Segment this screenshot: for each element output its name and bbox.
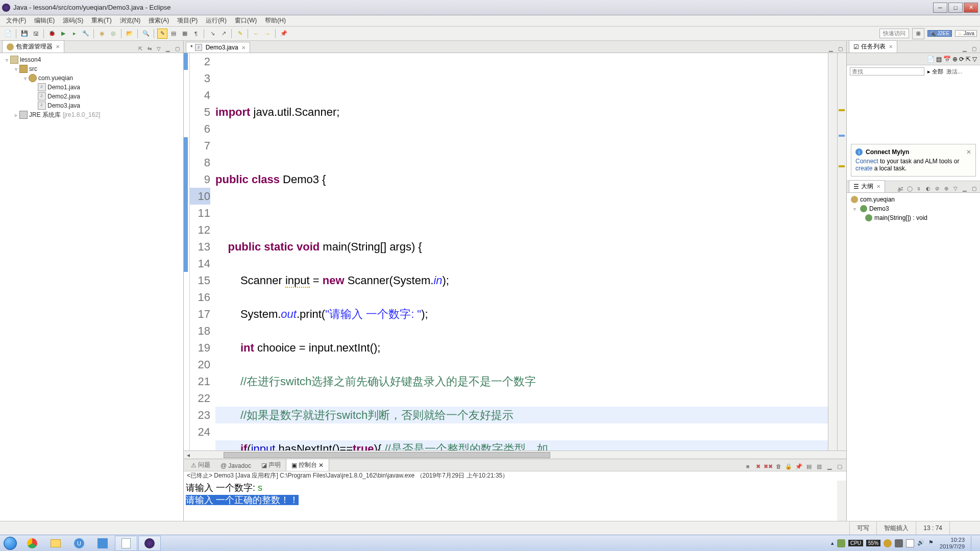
outline-tree[interactable]: com.yueqian ▿ Demo3 main(String[]) : voi… — [847, 193, 980, 224]
code-editor[interactable]: 23456789 101112131415161718192021222324 … — [184, 53, 846, 450]
menu-run[interactable]: 运行(R) — [202, 15, 231, 26]
twisty-closed-icon[interactable]: ▹ — [12, 112, 19, 118]
save-all-button[interactable]: 🖫 — [31, 29, 41, 39]
run-button[interactable]: ▶ — [58, 29, 68, 39]
link-editor-icon[interactable]: ⇆ — [145, 44, 154, 53]
project-node[interactable]: ▿ lesson4 — [1, 55, 182, 64]
remove-launch-icon[interactable]: ✖ — [753, 462, 763, 471]
tab-problems[interactable]: ⚠问题 — [186, 459, 215, 471]
code-line[interactable]: System.out.print("请输入 一个数字: "); — [215, 306, 828, 322]
menu-window[interactable]: 窗口(W) — [231, 15, 261, 26]
tasks-tab[interactable]: ☑ 任务列表 ✕ — [849, 40, 897, 53]
src-node[interactable]: ▿ src — [1, 64, 182, 73]
scroll-lock-icon[interactable]: 🔒 — [784, 462, 793, 471]
view-menu-icon[interactable]: ▽ — [155, 44, 163, 53]
console-output[interactable]: 请输入 一个数字: s 请输入 一个正确的整数！！ — [184, 481, 837, 521]
forward-button[interactable]: → — [262, 29, 273, 39]
menu-search[interactable]: 搜索(A) — [144, 15, 173, 26]
save-button[interactable]: 💾 — [19, 29, 30, 39]
twisty-open-icon[interactable]: ▿ — [851, 206, 858, 212]
open-perspective-button[interactable]: ⊞ — [912, 28, 924, 39]
package-tree[interactable]: ▿ lesson4 ▿ src ▿ com.yueqian Demo1.java… — [0, 53, 183, 521]
menu-source[interactable]: 源码(S) — [59, 15, 87, 26]
search-button[interactable]: 🔍 — [141, 29, 151, 39]
annotation-prev-button[interactable]: ↗ — [218, 29, 229, 39]
perspective-j2ee[interactable]: 🔌 J2EE — [927, 30, 952, 37]
outline-method-node[interactable]: main(String[]) : void — [851, 213, 976, 222]
view-menu-icon[interactable]: ▽ — [972, 56, 977, 63]
outline-tab[interactable]: ☰ 大纲 ✕ — [849, 180, 885, 192]
tab-declaration[interactable]: ◪声明 — [256, 459, 286, 471]
menu-file[interactable]: 文件(F) — [2, 15, 30, 26]
focus-icon[interactable]: ⊕ — [942, 184, 950, 192]
code-line[interactable] — [215, 70, 828, 87]
twisty-open-icon[interactable]: ▿ — [12, 66, 19, 72]
code-line[interactable]: public static void main(String[] args) { — [215, 238, 828, 255]
mylyn-create-link[interactable]: create — [855, 165, 872, 172]
close-icon[interactable]: ✕ — [241, 45, 246, 51]
maximize-button[interactable]: □ — [948, 3, 963, 13]
taskbar-explorer[interactable] — [44, 536, 67, 551]
perspective-java[interactable]: ♨ Java — [955, 30, 977, 37]
menu-help[interactable]: 帮助(H) — [261, 15, 290, 26]
tasks-all-link[interactable]: ▸ 全部 — [927, 68, 943, 76]
tasks-find-input[interactable] — [850, 67, 924, 76]
show-whitespace-button[interactable]: ¶ — [191, 29, 201, 39]
run-last-button[interactable]: ▸ — [69, 29, 80, 39]
external-tools-button[interactable]: 🔧 — [81, 29, 91, 39]
code-line[interactable]: public class Demo3 { — [215, 171, 828, 188]
tray-volume-icon[interactable]: 🔊 — [917, 539, 925, 547]
toggle-mark-button[interactable]: ✎ — [157, 29, 167, 39]
tray-network-icon[interactable] — [906, 539, 914, 547]
code-line[interactable]: import java.util.Scanner; — [215, 104, 828, 120]
toggle-breadcrumb-button[interactable]: ▤ — [168, 29, 179, 39]
code-line[interactable]: ! Scanner input = new Scanner(System.in)… — [215, 272, 828, 289]
hide-nonpublic-icon[interactable]: ◐ — [924, 184, 932, 192]
minimize-view-icon[interactable]: ▁ — [164, 44, 172, 53]
tab-javadoc[interactable]: @Javadoc — [215, 461, 256, 471]
taskbar-notepad[interactable] — [115, 536, 137, 551]
tray-icon[interactable] — [895, 539, 903, 547]
taskbar-app-vs[interactable] — [91, 536, 114, 551]
synchronize-icon[interactable]: ⟳ — [959, 56, 964, 63]
close-icon[interactable]: ✕ — [56, 44, 60, 49]
collapse-all-icon[interactable]: ⇱ — [136, 44, 144, 53]
schedule-icon[interactable]: 📅 — [943, 56, 951, 63]
terminate-icon[interactable]: ■ — [743, 462, 752, 471]
pin-button[interactable]: 📌 — [279, 29, 289, 39]
menu-project[interactable]: 项目(P) — [173, 15, 202, 26]
new-package-button[interactable]: ◉ — [97, 29, 107, 39]
clear-console-icon[interactable]: 🗑 — [774, 462, 783, 471]
editor-tab-demo3[interactable]: Demo3.java ✕ — [186, 42, 250, 53]
close-icon[interactable]: ✕ — [889, 44, 893, 49]
remove-all-icon[interactable]: ✖✖ — [764, 462, 773, 471]
tray-flag-icon[interactable]: ⚑ — [928, 539, 937, 547]
menu-edit[interactable]: 编辑(E) — [30, 15, 59, 26]
file-node[interactable]: Demo2.java — [1, 92, 182, 101]
back-button[interactable]: ← — [251, 29, 261, 39]
maximize-view-icon[interactable]: ▢ — [835, 462, 844, 471]
twisty-open-icon[interactable]: ▿ — [3, 57, 10, 63]
minimize-view-icon[interactable]: ▁ — [961, 184, 969, 192]
close-icon[interactable]: ✕ — [876, 184, 880, 189]
outline-class-node[interactable]: ▿ Demo3 — [851, 204, 976, 213]
last-edit-button[interactable]: ✎ — [235, 29, 245, 39]
maximize-view-icon[interactable]: ▢ — [836, 44, 844, 53]
new-task-icon[interactable]: 📄 — [927, 56, 935, 63]
twisty-open-icon[interactable]: ▿ — [21, 76, 29, 81]
code-line[interactable]: //在进行switch选择之前先确认好键盘录入的是不是一个数字 — [215, 373, 828, 390]
hide-static-icon[interactable]: s — [915, 184, 923, 192]
sort-icon[interactable]: a̲z — [896, 184, 904, 192]
close-icon[interactable]: ✕ — [318, 462, 324, 469]
collapse-icon[interactable]: ⇱ — [966, 56, 971, 63]
tray-icon[interactable] — [884, 539, 892, 547]
file-node[interactable]: Demo1.java — [1, 83, 182, 92]
debug-button[interactable]: 🐞 — [47, 29, 57, 39]
code-line[interactable] — [215, 205, 828, 221]
console-line[interactable]: 请输入 一个正确的整数！！ — [186, 494, 835, 506]
maximize-view-icon[interactable]: ▢ — [173, 44, 181, 53]
tray-clock[interactable]: 10:23 2019/7/29 — [940, 537, 965, 550]
show-desktop-button[interactable] — [971, 536, 976, 551]
close-button[interactable]: ✕ — [964, 3, 978, 13]
maximize-view-icon[interactable]: ▢ — [970, 44, 978, 53]
